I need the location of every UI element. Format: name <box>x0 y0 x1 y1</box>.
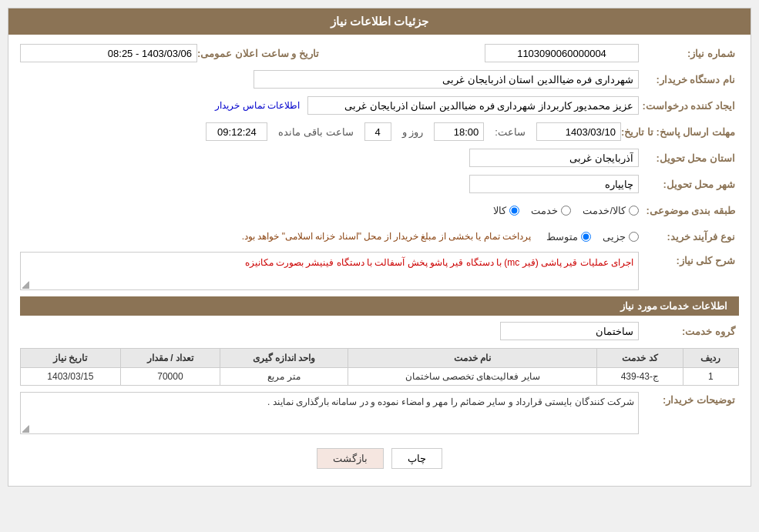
category-radio-khedmat[interactable] <box>561 206 571 216</box>
purchase-type-label-motavassed: متوسط <box>546 231 578 243</box>
col-service-code: کد خدمت <box>597 349 683 368</box>
buyer-org-input[interactable] <box>254 70 639 89</box>
category-option-kala-khedmat[interactable]: کالا/خدمت <box>583 205 639 216</box>
creator-input[interactable] <box>307 96 639 115</box>
category-option-kala[interactable]: کالا <box>493 205 519 216</box>
service-group-input[interactable] <box>500 322 639 340</box>
buyer-notes-box: شرکت کنندگان بایستی قرارداد و سایر ضمائم… <box>20 392 639 434</box>
buyer-notes-section: توضیحات خریدار: شرکت کنندگان بایستی قرار… <box>20 392 739 434</box>
category-label-khedmat: خدمت <box>531 205 558 216</box>
deadline-time-input[interactable] <box>434 122 484 141</box>
purchase-type-label-jozii: جزیی <box>603 231 626 243</box>
col-quantity: تعداد / مقدار <box>120 349 220 368</box>
buyer-notes-text: شرکت کنندگان بایستی قرارداد و سایر ضمائم… <box>267 396 634 407</box>
category-label-kala-khedmat: کالا/خدمت <box>583 205 626 216</box>
deadline-remaining-input[interactable] <box>206 122 267 141</box>
contact-info-link[interactable]: اطلاعات تماس خریدار <box>215 100 300 111</box>
delivery-city-input[interactable] <box>469 175 639 193</box>
deadline-date-input[interactable] <box>536 122 621 141</box>
deadline-days-label: روز و <box>402 126 424 138</box>
services-section-header: اطلاعات خدمات مورد نیاز <box>20 296 739 316</box>
creator-label: ایجاد کننده درخواست: <box>639 100 739 112</box>
purchase-type-label: نوع فرآیند خرید: <box>639 231 739 243</box>
purchase-type-radio-motavassed[interactable] <box>581 232 591 242</box>
action-buttons: چاپ بازگشت <box>20 440 739 478</box>
request-number-input[interactable] <box>485 44 639 62</box>
request-number-label: شماره نیاز: <box>639 48 739 59</box>
cell-unit: متر مربع <box>220 368 348 386</box>
announcement-date-input[interactable] <box>20 44 197 62</box>
category-radio-kala-khedmat[interactable] <box>629 206 639 216</box>
category-radio-group: کالا/خدمت خدمت کالا <box>493 205 639 216</box>
delivery-province-label: استان محل تحویل: <box>639 152 739 164</box>
purchase-type-option-motavassed[interactable]: متوسط <box>546 231 591 243</box>
deadline-label: مهلت ارسال پاسخ: تا تاریخ: <box>621 126 739 138</box>
services-table-section: ردیف کد خدمت نام خدمت واحد اندازه گیری ت… <box>20 348 739 386</box>
col-unit: واحد اندازه گیری <box>220 349 348 368</box>
announcement-date-label: تاریخ و ساعت اعلان عمومی: <box>197 48 323 59</box>
page-title: جزئیات اطلاعات نیاز <box>331 15 428 28</box>
col-service-name: نام خدمت <box>348 349 597 368</box>
buyer-org-label: نام دستگاه خریدار: <box>639 74 739 85</box>
description-label: شرح کلی نیاز: <box>639 252 739 266</box>
purchase-type-notice: پرداخت تمام یا بخشی از مبلغ خریدار از مح… <box>238 229 535 244</box>
description-box: اجرای عملیات قیر پاشی (قیر mc) با دستگاه… <box>20 252 639 290</box>
table-row: 1 ج-43-439 سایر فعالیت‌های تخصصی ساختمان… <box>21 368 739 386</box>
deadline-days-input[interactable] <box>364 122 391 141</box>
cell-row-num: 1 <box>683 368 738 386</box>
category-radio-kala[interactable] <box>509 206 519 216</box>
page-header: جزئیات اطلاعات نیاز <box>8 8 751 35</box>
purchase-type-option-jozii[interactable]: جزیی <box>603 231 639 243</box>
delivery-province-input[interactable] <box>469 149 639 167</box>
cell-service-code: ج-43-439 <box>597 368 683 386</box>
col-date-needed: تاریخ نیاز <box>21 349 121 368</box>
print-button[interactable]: چاپ <box>391 448 442 469</box>
description-text: اجرای عملیات قیر پاشی (قیر mc) با دستگاه… <box>245 257 633 268</box>
category-label-kala: کالا <box>493 205 506 216</box>
back-button[interactable]: بازگشت <box>317 448 384 469</box>
purchase-type-radio-jozii[interactable] <box>629 232 639 242</box>
col-row-num: ردیف <box>683 349 738 368</box>
deadline-remaining-label: ساعت باقی مانده <box>278 126 353 138</box>
cell-quantity: 70000 <box>120 368 220 386</box>
category-option-khedmat[interactable]: خدمت <box>531 205 571 216</box>
buyer-notes-label: توضیحات خریدار: <box>639 392 739 406</box>
services-table: ردیف کد خدمت نام خدمت واحد اندازه گیری ت… <box>20 348 739 386</box>
cell-service-name: سایر فعالیت‌های تخصصی ساختمان <box>348 368 597 386</box>
delivery-city-label: شهر محل تحویل: <box>639 179 739 190</box>
category-label: طبقه بندی موضوعی: <box>639 205 739 216</box>
cell-date-needed: 1403/03/15 <box>21 368 121 386</box>
service-group-label: گروه خدمت: <box>639 326 739 337</box>
deadline-time-label: ساعت: <box>495 126 526 138</box>
